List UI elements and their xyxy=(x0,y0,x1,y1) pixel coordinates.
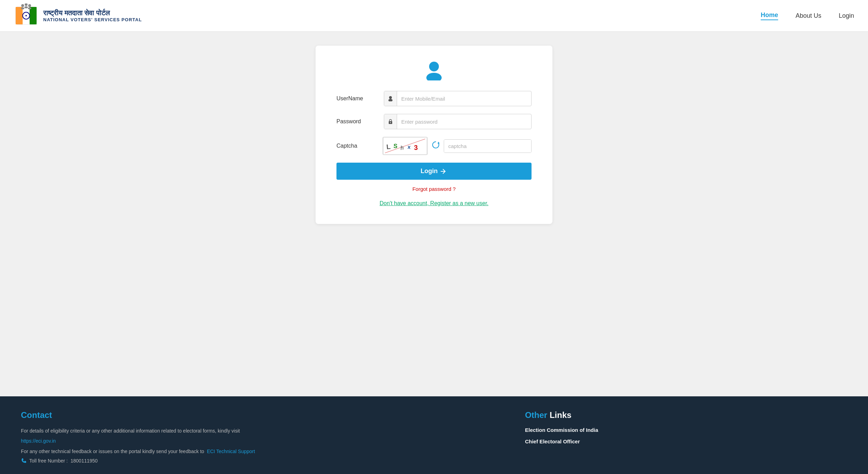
password-row: Password xyxy=(336,114,532,129)
other-links-heading: Other Links xyxy=(525,410,847,420)
svg-marker-27 xyxy=(437,142,440,143)
svg-rect-5 xyxy=(30,7,37,24)
contact-text-1: For details of eligibility criteria or a… xyxy=(21,427,504,435)
password-label: Password xyxy=(336,118,378,125)
username-label: UserName xyxy=(336,95,378,102)
logo-english: NATIONAL VOTERS' SERVICES PORTAL xyxy=(43,17,142,22)
captcha-row: Captcha L S h x 3 xyxy=(336,137,532,155)
login-button[interactable]: Login xyxy=(336,163,532,180)
eci-support-link[interactable]: ECI Technical Support xyxy=(207,449,255,454)
captcha-refresh-icon[interactable] xyxy=(432,141,440,151)
footer-contact: Contact For details of eligibility crite… xyxy=(21,410,504,464)
svg-point-15 xyxy=(426,73,442,80)
svg-point-8 xyxy=(21,4,24,7)
header: राष्ट्रीय मतदाता सेवा पोर्टल NATIONAL VO… xyxy=(0,0,868,32)
lock-icon xyxy=(384,114,397,129)
svg-point-14 xyxy=(429,62,439,71)
user-icon xyxy=(384,91,397,106)
login-arrow-icon xyxy=(440,168,447,175)
svg-rect-2 xyxy=(16,7,23,24)
captcha-image: L S h x 3 xyxy=(382,137,428,155)
logo-area: राष्ट्रीय मतदाता सेवा पोर्टल NATIONAL VO… xyxy=(14,3,142,28)
contact-text-2: For any other technical feedback or issu… xyxy=(21,449,204,454)
phone-label: Toll free Number : xyxy=(29,458,68,464)
password-input[interactable] xyxy=(397,115,531,128)
svg-point-11 xyxy=(21,7,24,9)
captcha-label: Captcha xyxy=(336,143,378,149)
login-card: UserName Password xyxy=(316,46,552,224)
captcha-input[interactable] xyxy=(444,140,531,153)
svg-point-10 xyxy=(28,4,31,7)
contact-heading: Contact xyxy=(21,410,504,420)
footer: Contact For details of eligibility crite… xyxy=(0,396,868,474)
user-avatar-icon xyxy=(424,60,444,80)
svg-point-7 xyxy=(25,15,27,16)
main-content: UserName Password xyxy=(0,32,868,396)
main-nav: Home About Us Login xyxy=(761,11,854,20)
nav-about[interactable]: About Us xyxy=(796,12,821,20)
eci-website-link[interactable]: https://eci.gov.in xyxy=(21,438,56,444)
svg-point-12 xyxy=(24,6,28,8)
phone-icon xyxy=(21,458,26,464)
svg-point-13 xyxy=(28,7,31,9)
phone-number: 1800111950 xyxy=(70,458,98,464)
username-input-wrapper xyxy=(384,91,532,106)
svg-text:S: S xyxy=(393,142,398,150)
password-input-wrapper xyxy=(384,114,532,129)
svg-point-16 xyxy=(389,96,392,99)
user-avatar-area xyxy=(336,60,532,80)
footer-link-ceo[interactable]: Chief Electoral Officer xyxy=(525,438,847,444)
username-row: UserName xyxy=(336,91,532,106)
captcha-input-wrapper xyxy=(444,139,532,153)
svg-point-9 xyxy=(25,3,28,6)
footer-links: Other Links Election Commission of India… xyxy=(525,410,847,464)
svg-point-19 xyxy=(390,122,391,123)
svg-point-17 xyxy=(388,99,393,101)
register-link[interactable]: Don't have account, Register as a new us… xyxy=(336,200,532,207)
captcha-svg: L S h x 3 xyxy=(383,137,427,155)
logo-text: राष्ट्रीय मतदाता सेवा पोर्टल NATIONAL VO… xyxy=(43,9,142,22)
username-input[interactable] xyxy=(397,92,531,105)
logo-hindi: राष्ट्रीय मतदाता सेवा पोर्टल xyxy=(43,9,142,17)
eci-logo-icon xyxy=(14,3,38,28)
nav-login[interactable]: Login xyxy=(839,12,854,20)
nav-home[interactable]: Home xyxy=(761,11,778,20)
svg-text:L: L xyxy=(386,143,391,151)
forgot-password-link[interactable]: Forgot password ? xyxy=(336,186,532,192)
footer-link-eci[interactable]: Election Commission of India xyxy=(525,427,847,433)
svg-text:3: 3 xyxy=(414,144,418,151)
footer-phone: Toll free Number : 1800111950 xyxy=(21,458,504,464)
